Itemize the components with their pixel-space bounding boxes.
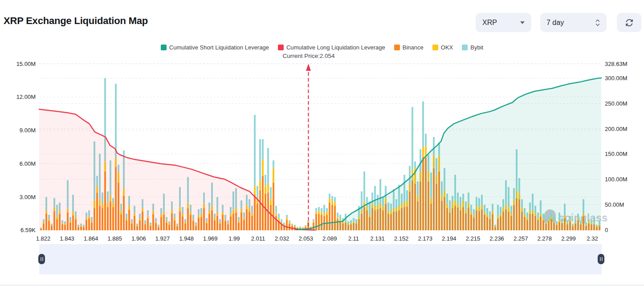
cumulative-short-area (296, 78, 601, 230)
svg-text:1.927: 1.927 (155, 235, 170, 242)
svg-text:2.32: 2.32 (587, 235, 598, 242)
svg-text:0: 0 (605, 227, 608, 233)
liquidation-map-page: XRP Exchange Liquidation Map XRP 7 day C… (0, 0, 644, 286)
current-price-line (306, 64, 311, 230)
svg-text:1.822: 1.822 (36, 235, 51, 242)
svg-text:2.11: 2.11 (348, 235, 359, 242)
svg-text:15.00M: 15.00M (16, 61, 36, 67)
svg-text:6.59K: 6.59K (20, 227, 36, 233)
liquidation-chart-canvas[interactable]: 15.00M12.00M9.00M6.00M3.00M6.59K328.63M3… (0, 0, 644, 286)
svg-text:12.00M: 12.00M (16, 94, 36, 100)
slider-handle-right[interactable] (598, 254, 604, 264)
svg-text:1.969: 1.969 (203, 235, 218, 242)
svg-text:2.236: 2.236 (489, 235, 504, 242)
svg-text:150.00M: 150.00M (605, 151, 628, 157)
svg-text:2.278: 2.278 (538, 235, 552, 242)
slider-handle-left[interactable] (38, 254, 45, 264)
slider-track[interactable] (39, 244, 602, 274)
svg-text:6.00M: 6.00M (20, 160, 36, 167)
svg-text:2.011: 2.011 (251, 235, 265, 242)
svg-text:3.00M: 3.00M (20, 194, 36, 200)
svg-text:2.089: 2.089 (322, 235, 337, 242)
svg-text:2.131: 2.131 (370, 235, 385, 242)
svg-text:2.173: 2.173 (418, 235, 432, 242)
svg-text:2.194: 2.194 (442, 235, 457, 242)
svg-text:100.00M: 100.00M (605, 176, 628, 183)
svg-text:1.843: 1.843 (60, 235, 74, 242)
svg-text:250.00M: 250.00M (605, 100, 628, 107)
svg-text:1.99: 1.99 (228, 235, 240, 242)
bottom-divider (0, 285, 644, 286)
x-axis-labels: 1.8221.8431.8641.8851.9061.9271.9481.969… (36, 235, 598, 242)
svg-text:200.00M: 200.00M (605, 126, 628, 132)
svg-text:1.885: 1.885 (108, 235, 122, 242)
svg-text:9.00M: 9.00M (20, 127, 36, 134)
svg-text:1.906: 1.906 (131, 235, 146, 242)
svg-text:2.152: 2.152 (394, 235, 409, 242)
svg-text:2.257: 2.257 (514, 235, 528, 242)
svg-text:2.053: 2.053 (298, 235, 313, 242)
svg-text:2.215: 2.215 (466, 235, 481, 242)
svg-text:2.299: 2.299 (561, 235, 576, 242)
right-axis-labels: 328.63M300.00M250.00M200.00M150.00M100.0… (605, 61, 628, 233)
svg-text:1.864: 1.864 (84, 235, 98, 242)
svg-text:328.63M: 328.63M (605, 61, 628, 67)
svg-text:300.00M: 300.00M (605, 75, 628, 82)
svg-text:50.00M: 50.00M (605, 201, 624, 208)
svg-text:2.032: 2.032 (275, 235, 289, 242)
left-axis-labels: 15.00M12.00M9.00M6.00M3.00M6.59K (16, 61, 36, 234)
svg-text:1.948: 1.948 (179, 235, 194, 242)
